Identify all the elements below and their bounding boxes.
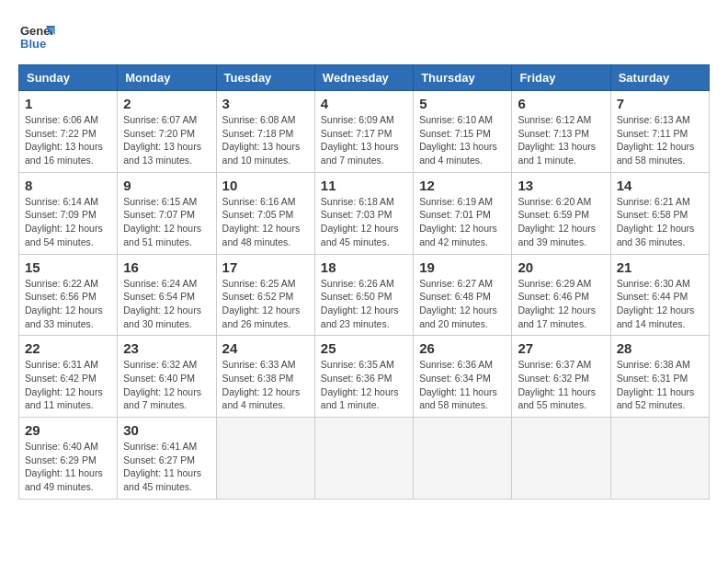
- day-number: 4: [321, 96, 407, 111]
- day-number: 26: [419, 340, 506, 356]
- day-number: 28: [617, 340, 703, 356]
- day-number: 25: [321, 340, 407, 356]
- calendar-day-cell: 17Sunrise: 6:25 AM Sunset: 6:52 PM Dayli…: [216, 254, 314, 336]
- weekday-header: Monday: [118, 65, 216, 91]
- day-number: 11: [321, 178, 407, 193]
- calendar-day-cell: [610, 418, 709, 500]
- calendar-day-cell: 16Sunrise: 6:24 AM Sunset: 6:54 PM Dayli…: [118, 254, 216, 336]
- calendar-day-cell: 21Sunrise: 6:30 AM Sunset: 6:44 PM Dayli…: [610, 254, 709, 336]
- calendar-day-cell: 5Sunrise: 6:10 AM Sunset: 7:15 PM Daylig…: [414, 91, 512, 173]
- day-info: Sunrise: 6:40 AM Sunset: 6:29 PM Dayligh…: [25, 440, 111, 494]
- weekday-header: Wednesday: [314, 65, 413, 91]
- day-number: 2: [123, 96, 210, 111]
- day-info: Sunrise: 6:33 AM Sunset: 6:38 PM Dayligh…: [222, 358, 309, 412]
- day-info: Sunrise: 6:18 AM Sunset: 7:03 PM Dayligh…: [321, 195, 407, 249]
- day-number: 7: [617, 96, 703, 111]
- calendar-week-row: 8Sunrise: 6:14 AM Sunset: 7:09 PM Daylig…: [19, 172, 710, 254]
- day-info: Sunrise: 6:07 AM Sunset: 7:20 PM Dayligh…: [123, 113, 210, 167]
- calendar-week-row: 15Sunrise: 6:22 AM Sunset: 6:56 PM Dayli…: [19, 254, 710, 336]
- day-info: Sunrise: 6:21 AM Sunset: 6:58 PM Dayligh…: [617, 195, 703, 249]
- day-info: Sunrise: 6:24 AM Sunset: 6:54 PM Dayligh…: [123, 277, 210, 331]
- day-info: Sunrise: 6:26 AM Sunset: 6:50 PM Dayligh…: [321, 277, 407, 331]
- logo-icon: General Blue: [18, 18, 55, 55]
- day-info: Sunrise: 6:22 AM Sunset: 6:56 PM Dayligh…: [25, 277, 111, 331]
- day-number: 15: [25, 259, 111, 275]
- day-number: 19: [419, 259, 506, 275]
- weekday-header: Sunday: [19, 65, 118, 91]
- calendar-day-cell: 1Sunrise: 6:06 AM Sunset: 7:22 PM Daylig…: [19, 91, 118, 173]
- calendar-day-cell: [512, 418, 610, 500]
- day-number: 6: [518, 96, 604, 111]
- calendar-day-cell: 23Sunrise: 6:32 AM Sunset: 6:40 PM Dayli…: [118, 336, 216, 418]
- day-info: Sunrise: 6:10 AM Sunset: 7:15 PM Dayligh…: [419, 113, 506, 167]
- calendar-day-cell: 10Sunrise: 6:16 AM Sunset: 7:05 PM Dayli…: [216, 172, 314, 254]
- day-info: Sunrise: 6:19 AM Sunset: 7:01 PM Dayligh…: [419, 195, 506, 249]
- calendar-day-cell: [314, 418, 413, 500]
- weekday-header: Saturday: [610, 65, 709, 91]
- day-number: 14: [617, 178, 703, 193]
- day-info: Sunrise: 6:36 AM Sunset: 6:34 PM Dayligh…: [419, 358, 506, 412]
- calendar-day-cell: 30Sunrise: 6:41 AM Sunset: 6:27 PM Dayli…: [118, 418, 216, 500]
- day-info: Sunrise: 6:38 AM Sunset: 6:31 PM Dayligh…: [617, 358, 703, 412]
- calendar-table: SundayMondayTuesdayWednesdayThursdayFrid…: [18, 64, 710, 500]
- day-info: Sunrise: 6:20 AM Sunset: 6:59 PM Dayligh…: [518, 195, 604, 249]
- day-number: 3: [222, 96, 309, 111]
- calendar-day-cell: 22Sunrise: 6:31 AM Sunset: 6:42 PM Dayli…: [19, 336, 118, 418]
- calendar-day-cell: 8Sunrise: 6:14 AM Sunset: 7:09 PM Daylig…: [19, 172, 118, 254]
- calendar-day-cell: 20Sunrise: 6:29 AM Sunset: 6:46 PM Dayli…: [512, 254, 610, 336]
- day-info: Sunrise: 6:16 AM Sunset: 7:05 PM Dayligh…: [222, 195, 309, 249]
- day-info: Sunrise: 6:13 AM Sunset: 7:11 PM Dayligh…: [617, 113, 703, 167]
- calendar-day-cell: 7Sunrise: 6:13 AM Sunset: 7:11 PM Daylig…: [610, 91, 709, 173]
- weekday-header-row: SundayMondayTuesdayWednesdayThursdayFrid…: [19, 65, 710, 91]
- calendar-day-cell: 11Sunrise: 6:18 AM Sunset: 7:03 PM Dayli…: [314, 172, 413, 254]
- svg-text:Blue: Blue: [20, 37, 46, 51]
- day-number: 13: [518, 178, 604, 193]
- day-number: 1: [25, 96, 111, 111]
- calendar-week-row: 29Sunrise: 6:40 AM Sunset: 6:29 PM Dayli…: [19, 418, 710, 500]
- day-number: 24: [222, 340, 309, 356]
- day-number: 20: [518, 259, 604, 275]
- day-info: Sunrise: 6:27 AM Sunset: 6:48 PM Dayligh…: [419, 277, 506, 331]
- calendar-day-cell: [414, 418, 512, 500]
- day-info: Sunrise: 6:12 AM Sunset: 7:13 PM Dayligh…: [518, 113, 604, 167]
- calendar-week-row: 1Sunrise: 6:06 AM Sunset: 7:22 PM Daylig…: [19, 91, 710, 173]
- day-info: Sunrise: 6:09 AM Sunset: 7:17 PM Dayligh…: [321, 113, 407, 167]
- day-number: 9: [123, 178, 210, 193]
- weekday-header: Tuesday: [216, 65, 314, 91]
- day-number: 21: [617, 259, 703, 275]
- weekday-header: Thursday: [414, 65, 512, 91]
- calendar-day-cell: 19Sunrise: 6:27 AM Sunset: 6:48 PM Dayli…: [414, 254, 512, 336]
- day-info: Sunrise: 6:29 AM Sunset: 6:46 PM Dayligh…: [518, 277, 604, 331]
- calendar-day-cell: 3Sunrise: 6:08 AM Sunset: 7:18 PM Daylig…: [216, 91, 314, 173]
- day-info: Sunrise: 6:35 AM Sunset: 6:36 PM Dayligh…: [321, 358, 407, 412]
- day-info: Sunrise: 6:37 AM Sunset: 6:32 PM Dayligh…: [518, 358, 604, 412]
- calendar-day-cell: 2Sunrise: 6:07 AM Sunset: 7:20 PM Daylig…: [118, 91, 216, 173]
- calendar-day-cell: 6Sunrise: 6:12 AM Sunset: 7:13 PM Daylig…: [512, 91, 610, 173]
- day-number: 17: [222, 259, 309, 275]
- calendar-day-cell: 13Sunrise: 6:20 AM Sunset: 6:59 PM Dayli…: [512, 172, 610, 254]
- day-info: Sunrise: 6:31 AM Sunset: 6:42 PM Dayligh…: [25, 358, 111, 412]
- calendar-day-cell: 25Sunrise: 6:35 AM Sunset: 6:36 PM Dayli…: [314, 336, 413, 418]
- day-number: 29: [25, 422, 111, 438]
- day-number: 8: [25, 178, 111, 193]
- calendar-day-cell: 15Sunrise: 6:22 AM Sunset: 6:56 PM Dayli…: [19, 254, 118, 336]
- day-number: 23: [123, 340, 210, 356]
- day-number: 27: [518, 340, 604, 356]
- day-info: Sunrise: 6:41 AM Sunset: 6:27 PM Dayligh…: [123, 440, 210, 494]
- day-info: Sunrise: 6:06 AM Sunset: 7:22 PM Dayligh…: [25, 113, 111, 167]
- day-info: Sunrise: 6:30 AM Sunset: 6:44 PM Dayligh…: [617, 277, 703, 331]
- calendar-day-cell: 24Sunrise: 6:33 AM Sunset: 6:38 PM Dayli…: [216, 336, 314, 418]
- day-info: Sunrise: 6:32 AM Sunset: 6:40 PM Dayligh…: [123, 358, 210, 412]
- calendar-day-cell: [216, 418, 314, 500]
- day-number: 18: [321, 259, 407, 275]
- day-info: Sunrise: 6:15 AM Sunset: 7:07 PM Dayligh…: [123, 195, 210, 249]
- day-number: 30: [123, 422, 210, 438]
- calendar-day-cell: 14Sunrise: 6:21 AM Sunset: 6:58 PM Dayli…: [610, 172, 709, 254]
- calendar-day-cell: 4Sunrise: 6:09 AM Sunset: 7:17 PM Daylig…: [314, 91, 413, 173]
- day-info: Sunrise: 6:14 AM Sunset: 7:09 PM Dayligh…: [25, 195, 111, 249]
- day-number: 16: [123, 259, 210, 275]
- day-number: 22: [25, 340, 111, 356]
- day-number: 5: [419, 96, 506, 111]
- calendar-week-row: 22Sunrise: 6:31 AM Sunset: 6:42 PM Dayli…: [19, 336, 710, 418]
- calendar-day-cell: 18Sunrise: 6:26 AM Sunset: 6:50 PM Dayli…: [314, 254, 413, 336]
